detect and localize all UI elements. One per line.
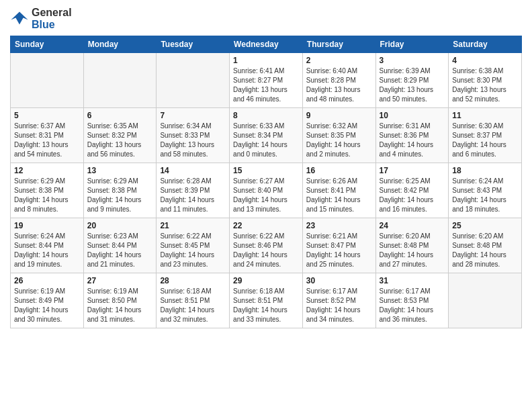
day-number: 14 bbox=[160, 166, 226, 175]
day-info: Sunrise: 6:35 AM Sunset: 8:32 PM Dayligh… bbox=[87, 122, 153, 159]
calendar-day-cell: 24Sunrise: 6:20 AM Sunset: 8:48 PM Dayli… bbox=[375, 218, 449, 273]
calendar-day-cell: 21Sunrise: 6:22 AM Sunset: 8:45 PM Dayli… bbox=[157, 218, 230, 273]
day-number: 29 bbox=[233, 276, 299, 285]
calendar-week-row: 12Sunrise: 6:29 AM Sunset: 8:38 PM Dayli… bbox=[11, 163, 522, 218]
calendar-week-row: 19Sunrise: 6:24 AM Sunset: 8:44 PM Dayli… bbox=[11, 218, 522, 273]
calendar-day-cell bbox=[83, 53, 157, 108]
calendar-day-cell bbox=[11, 53, 84, 108]
day-number: 8 bbox=[233, 111, 299, 120]
day-info: Sunrise: 6:29 AM Sunset: 8:38 PM Dayligh… bbox=[14, 177, 80, 214]
calendar-day-cell: 29Sunrise: 6:18 AM Sunset: 8:51 PM Dayli… bbox=[230, 273, 303, 328]
calendar-day-cell: 7Sunrise: 6:34 AM Sunset: 8:33 PM Daylig… bbox=[157, 108, 230, 163]
day-number: 24 bbox=[380, 221, 445, 230]
day-info: Sunrise: 6:25 AM Sunset: 8:42 PM Dayligh… bbox=[380, 177, 445, 214]
calendar-day-cell: 5Sunrise: 6:37 AM Sunset: 8:31 PM Daylig… bbox=[11, 108, 84, 163]
calendar-day-cell: 27Sunrise: 6:19 AM Sunset: 8:50 PM Dayli… bbox=[83, 273, 157, 328]
calendar-day-cell: 17Sunrise: 6:25 AM Sunset: 8:42 PM Dayli… bbox=[375, 163, 449, 218]
day-number: 7 bbox=[160, 111, 226, 120]
weekday-header-wednesday: Wednesday bbox=[230, 36, 303, 53]
calendar-day-cell: 26Sunrise: 6:19 AM Sunset: 8:49 PM Dayli… bbox=[11, 273, 84, 328]
svg-marker-0 bbox=[11, 11, 28, 24]
day-number: 23 bbox=[306, 221, 372, 230]
day-number: 10 bbox=[380, 111, 445, 120]
day-number: 25 bbox=[452, 221, 518, 230]
day-number: 21 bbox=[160, 221, 226, 230]
calendar-day-cell: 19Sunrise: 6:24 AM Sunset: 8:44 PM Dayli… bbox=[11, 218, 84, 273]
day-info: Sunrise: 6:22 AM Sunset: 8:46 PM Dayligh… bbox=[233, 232, 299, 269]
day-number: 5 bbox=[14, 111, 80, 120]
calendar-day-cell: 22Sunrise: 6:22 AM Sunset: 8:46 PM Dayli… bbox=[230, 218, 303, 273]
calendar-day-cell: 12Sunrise: 6:29 AM Sunset: 8:38 PM Dayli… bbox=[11, 163, 84, 218]
calendar-week-row: 5Sunrise: 6:37 AM Sunset: 8:31 PM Daylig… bbox=[11, 108, 522, 163]
calendar-day-cell: 9Sunrise: 6:32 AM Sunset: 8:35 PM Daylig… bbox=[302, 108, 375, 163]
calendar-day-cell: 31Sunrise: 6:17 AM Sunset: 8:53 PM Dayli… bbox=[375, 273, 449, 328]
day-info: Sunrise: 6:26 AM Sunset: 8:41 PM Dayligh… bbox=[306, 177, 372, 214]
day-info: Sunrise: 6:27 AM Sunset: 8:40 PM Dayligh… bbox=[233, 177, 299, 214]
calendar-header-row: SundayMondayTuesdayWednesdayThursdayFrid… bbox=[11, 36, 522, 53]
weekday-header-tuesday: Tuesday bbox=[157, 36, 230, 53]
weekday-header-friday: Friday bbox=[375, 36, 449, 53]
day-info: Sunrise: 6:33 AM Sunset: 8:34 PM Dayligh… bbox=[233, 122, 299, 159]
day-info: Sunrise: 6:19 AM Sunset: 8:50 PM Dayligh… bbox=[87, 287, 153, 324]
day-number: 1 bbox=[233, 56, 299, 65]
weekday-header-thursday: Thursday bbox=[302, 36, 375, 53]
calendar-day-cell: 6Sunrise: 6:35 AM Sunset: 8:32 PM Daylig… bbox=[83, 108, 157, 163]
calendar-day-cell: 25Sunrise: 6:20 AM Sunset: 8:48 PM Dayli… bbox=[449, 218, 522, 273]
calendar-day-cell: 13Sunrise: 6:29 AM Sunset: 8:38 PM Dayli… bbox=[83, 163, 157, 218]
logo-text: General Blue bbox=[32, 7, 72, 30]
weekday-header-saturday: Saturday bbox=[449, 36, 522, 53]
calendar-day-cell: 8Sunrise: 6:33 AM Sunset: 8:34 PM Daylig… bbox=[230, 108, 303, 163]
day-info: Sunrise: 6:34 AM Sunset: 8:33 PM Dayligh… bbox=[160, 122, 226, 159]
day-number: 20 bbox=[87, 221, 153, 230]
day-number: 27 bbox=[87, 276, 153, 285]
day-info: Sunrise: 6:23 AM Sunset: 8:44 PM Dayligh… bbox=[87, 232, 153, 269]
day-info: Sunrise: 6:40 AM Sunset: 8:28 PM Dayligh… bbox=[306, 66, 372, 104]
calendar-day-cell: 23Sunrise: 6:21 AM Sunset: 8:47 PM Dayli… bbox=[302, 218, 375, 273]
calendar-day-cell: 28Sunrise: 6:18 AM Sunset: 8:51 PM Dayli… bbox=[157, 273, 230, 328]
day-info: Sunrise: 6:18 AM Sunset: 8:51 PM Dayligh… bbox=[160, 287, 226, 324]
day-number: 28 bbox=[160, 276, 226, 285]
day-number: 30 bbox=[306, 276, 372, 285]
calendar-table: SundayMondayTuesdayWednesdayThursdayFrid… bbox=[10, 36, 522, 328]
day-info: Sunrise: 6:19 AM Sunset: 8:49 PM Dayligh… bbox=[14, 287, 80, 324]
calendar-day-cell bbox=[449, 273, 522, 328]
day-info: Sunrise: 6:18 AM Sunset: 8:51 PM Dayligh… bbox=[233, 287, 299, 324]
logo-icon bbox=[10, 9, 29, 28]
day-info: Sunrise: 6:37 AM Sunset: 8:31 PM Dayligh… bbox=[14, 122, 80, 159]
day-number: 13 bbox=[87, 166, 153, 175]
day-number: 15 bbox=[233, 166, 299, 175]
day-info: Sunrise: 6:20 AM Sunset: 8:48 PM Dayligh… bbox=[452, 232, 518, 269]
day-info: Sunrise: 6:24 AM Sunset: 8:44 PM Dayligh… bbox=[14, 232, 80, 269]
calendar-day-cell: 4Sunrise: 6:38 AM Sunset: 8:30 PM Daylig… bbox=[449, 53, 522, 108]
calendar-day-cell: 16Sunrise: 6:26 AM Sunset: 8:41 PM Dayli… bbox=[302, 163, 375, 218]
day-number: 2 bbox=[306, 56, 372, 65]
header: General Blue bbox=[10, 7, 522, 30]
calendar-day-cell: 1Sunrise: 6:41 AM Sunset: 8:27 PM Daylig… bbox=[230, 53, 303, 108]
day-number: 9 bbox=[306, 111, 372, 120]
calendar-day-cell: 20Sunrise: 6:23 AM Sunset: 8:44 PM Dayli… bbox=[83, 218, 157, 273]
day-number: 17 bbox=[380, 166, 445, 175]
day-info: Sunrise: 6:38 AM Sunset: 8:30 PM Dayligh… bbox=[452, 66, 518, 104]
day-info: Sunrise: 6:32 AM Sunset: 8:35 PM Dayligh… bbox=[306, 122, 372, 159]
day-number: 19 bbox=[14, 221, 80, 230]
day-info: Sunrise: 6:39 AM Sunset: 8:29 PM Dayligh… bbox=[380, 66, 445, 104]
day-info: Sunrise: 6:31 AM Sunset: 8:36 PM Dayligh… bbox=[380, 122, 445, 159]
day-info: Sunrise: 6:17 AM Sunset: 8:53 PM Dayligh… bbox=[380, 287, 445, 324]
calendar-day-cell: 3Sunrise: 6:39 AM Sunset: 8:29 PM Daylig… bbox=[375, 53, 449, 108]
logo: General Blue bbox=[10, 7, 72, 30]
day-info: Sunrise: 6:24 AM Sunset: 8:43 PM Dayligh… bbox=[452, 177, 518, 214]
day-number: 3 bbox=[380, 56, 445, 65]
day-info: Sunrise: 6:29 AM Sunset: 8:38 PM Dayligh… bbox=[87, 177, 153, 214]
calendar-day-cell: 15Sunrise: 6:27 AM Sunset: 8:40 PM Dayli… bbox=[230, 163, 303, 218]
calendar-day-cell bbox=[157, 53, 230, 108]
day-info: Sunrise: 6:21 AM Sunset: 8:47 PM Dayligh… bbox=[306, 232, 372, 269]
day-info: Sunrise: 6:20 AM Sunset: 8:48 PM Dayligh… bbox=[380, 232, 445, 269]
calendar-week-row: 1Sunrise: 6:41 AM Sunset: 8:27 PM Daylig… bbox=[11, 53, 522, 108]
day-info: Sunrise: 6:17 AM Sunset: 8:52 PM Dayligh… bbox=[306, 287, 372, 324]
calendar-day-cell: 10Sunrise: 6:31 AM Sunset: 8:36 PM Dayli… bbox=[375, 108, 449, 163]
day-number: 26 bbox=[14, 276, 80, 285]
calendar-day-cell: 2Sunrise: 6:40 AM Sunset: 8:28 PM Daylig… bbox=[302, 53, 375, 108]
day-number: 18 bbox=[452, 166, 518, 175]
weekday-header-sunday: Sunday bbox=[11, 36, 84, 53]
calendar-day-cell: 14Sunrise: 6:28 AM Sunset: 8:39 PM Dayli… bbox=[157, 163, 230, 218]
